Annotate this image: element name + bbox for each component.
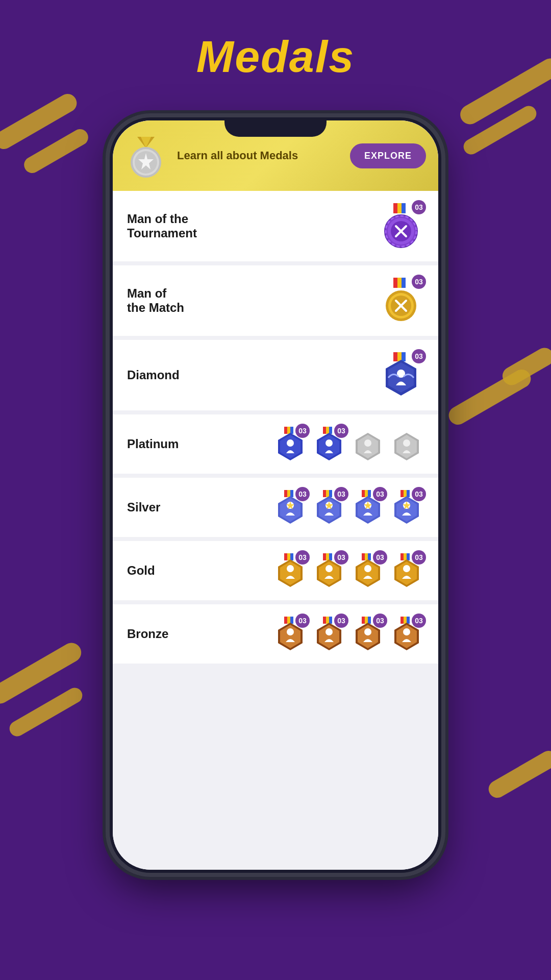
svg-rect-119 <box>404 617 407 624</box>
gold-label: Gold <box>127 564 273 578</box>
svg-rect-71 <box>407 490 410 497</box>
bronze-badge-4: 03 <box>412 614 426 628</box>
man-of-match-row[interactable]: Man ofthe Match 03 <box>113 265 438 336</box>
silver-badge-3: 03 <box>373 487 387 501</box>
platinum-row[interactable]: Platinum 03 <box>113 414 438 474</box>
tournament-badge-1: 03 <box>412 200 426 214</box>
svg-rect-89 <box>365 553 368 560</box>
banner-medal-icon <box>123 133 169 179</box>
medal-list: Man of theTournament 03 <box>113 191 438 870</box>
phone-frame: Learn all about Medals EXPLORE Man of th… <box>110 117 441 873</box>
match-badge-1: 03 <box>412 275 426 289</box>
silver-medals: 03 03 <box>273 490 424 525</box>
svg-rect-62 <box>362 490 365 497</box>
svg-rect-69 <box>400 490 404 497</box>
bronze-medal-1: 03 <box>273 617 308 651</box>
platinum-medal-2: 03 <box>312 427 346 461</box>
gold-medals: 03 03 <box>273 553 424 588</box>
svg-rect-70 <box>404 490 407 497</box>
platinum-medal-3 <box>350 427 385 461</box>
phone-screen: Learn all about Medals EXPLORE Man of th… <box>113 120 438 870</box>
diamond-medals: 03 <box>378 352 424 398</box>
silver-medal-3: 03 <box>350 490 385 525</box>
svg-rect-32 <box>290 427 293 434</box>
man-of-match-label: Man ofthe Match <box>127 286 378 315</box>
svg-rect-88 <box>362 553 365 560</box>
svg-point-47 <box>403 439 410 447</box>
svg-point-35 <box>287 439 294 447</box>
svg-rect-57 <box>329 490 332 497</box>
svg-rect-77 <box>287 553 290 560</box>
svg-rect-76 <box>284 553 287 560</box>
silver-badge-1: 03 <box>295 487 310 501</box>
bronze-badge-2: 03 <box>334 614 348 628</box>
svg-point-41 <box>325 439 333 447</box>
svg-point-81 <box>287 565 294 572</box>
svg-rect-55 <box>323 490 326 497</box>
svg-rect-38 <box>329 427 332 434</box>
svg-rect-8 <box>397 203 402 213</box>
svg-rect-106 <box>323 617 326 624</box>
tournament-medal-1: 03 <box>378 203 424 249</box>
bronze-badge-1: 03 <box>295 614 310 628</box>
platinum-medals: 03 03 <box>273 427 424 461</box>
gold-badge-2: 03 <box>334 550 348 565</box>
svg-point-44 <box>364 439 371 447</box>
diamond-medal-1: 03 <box>378 352 424 398</box>
svg-point-93 <box>364 565 371 572</box>
silver-badge-2: 03 <box>334 487 348 501</box>
silver-medal-4: 03 <box>389 490 424 525</box>
svg-rect-9 <box>402 203 406 213</box>
svg-point-105 <box>287 628 294 635</box>
man-of-match-medals: 03 <box>378 278 424 324</box>
phone-notch <box>224 117 327 137</box>
banner-text-main: Learn all about Medals <box>177 149 342 163</box>
diamond-label: Diamond <box>127 368 378 382</box>
svg-rect-96 <box>407 553 410 560</box>
silver-row[interactable]: Silver 03 <box>113 478 438 537</box>
bronze-medal-4: 03 <box>389 617 424 651</box>
gold-medal-4: 03 <box>389 553 424 588</box>
gold-medal-1: 03 <box>273 553 308 588</box>
svg-rect-56 <box>326 490 329 497</box>
svg-point-87 <box>325 565 333 572</box>
svg-rect-26 <box>402 352 406 361</box>
svg-rect-31 <box>287 427 290 434</box>
gold-medal-2: 03 <box>312 553 346 588</box>
svg-point-99 <box>403 565 410 572</box>
platinum-badge-2: 03 <box>334 424 348 438</box>
platinum-medal-1: 03 <box>273 427 308 461</box>
svg-rect-50 <box>290 490 293 497</box>
silver-label: Silver <box>127 500 273 514</box>
gold-badge-1: 03 <box>295 550 310 565</box>
man-of-tournament-row[interactable]: Man of theTournament 03 <box>113 191 438 261</box>
platinum-badge-1: 03 <box>295 424 310 438</box>
svg-rect-78 <box>290 553 293 560</box>
svg-rect-37 <box>326 427 329 434</box>
svg-rect-112 <box>362 617 365 624</box>
platinum-medal-4 <box>389 427 424 461</box>
svg-rect-84 <box>329 553 332 560</box>
svg-rect-94 <box>400 553 404 560</box>
match-medal-1: 03 <box>378 278 424 324</box>
svg-rect-30 <box>284 427 287 434</box>
bronze-medals: 03 03 <box>273 617 424 651</box>
bronze-medal-2: 03 <box>312 617 346 651</box>
svg-rect-102 <box>290 617 293 624</box>
man-of-tournament-label: Man of theTournament <box>127 212 378 240</box>
man-of-tournament-medals: 03 <box>378 203 424 249</box>
svg-point-117 <box>364 628 371 635</box>
svg-rect-49 <box>287 490 290 497</box>
explore-button[interactable]: EXPLORE <box>350 143 426 168</box>
svg-rect-101 <box>287 617 290 624</box>
svg-rect-83 <box>326 553 329 560</box>
svg-rect-82 <box>323 553 326 560</box>
gold-row[interactable]: Gold 03 <box>113 541 438 600</box>
svg-rect-63 <box>365 490 368 497</box>
svg-rect-64 <box>368 490 371 497</box>
svg-point-123 <box>403 628 410 635</box>
bronze-row[interactable]: Bronze 03 <box>113 604 438 664</box>
bronze-label: Bronze <box>127 627 273 641</box>
svg-rect-16 <box>393 278 397 288</box>
diamond-row[interactable]: Diamond 03 <box>113 340 438 410</box>
